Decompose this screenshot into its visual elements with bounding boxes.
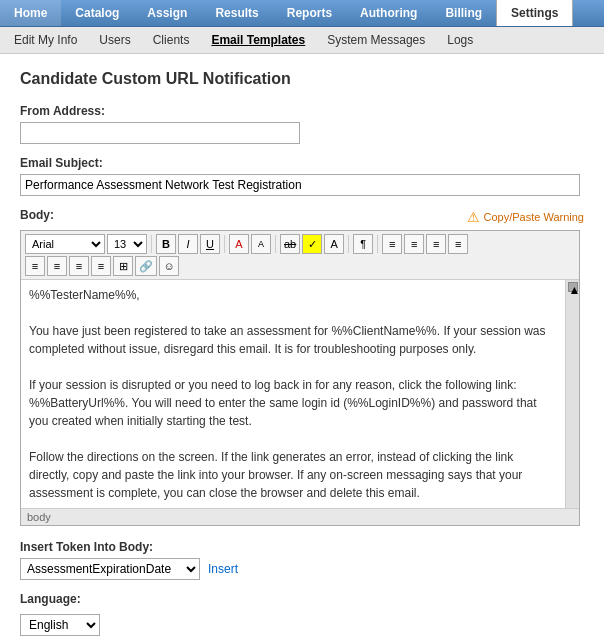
align-center-button[interactable]: ≡ [404,234,424,254]
body-line-1: %%TesterName%%, [29,286,557,304]
link-button[interactable]: 🔗 [135,256,157,276]
email-subject-input[interactable] [20,174,580,196]
toolbar-separator-2 [224,235,225,253]
insert-link[interactable]: Insert [208,562,238,576]
subnav-users[interactable]: Users [89,29,140,51]
main-content: Candidate Custom URL Notification From A… [0,54,604,640]
top-navigation: Home Catalog Assign Results Reports Auth… [0,0,604,27]
font-size-select[interactable]: 13 [107,234,147,254]
body-line-3: If your session is disrupted or you need… [29,376,557,430]
nav-billing[interactable]: Billing [431,0,496,26]
language-section: Language: English [20,592,584,636]
align-justify-button[interactable]: ≡ [448,234,468,254]
nav-authoring[interactable]: Authoring [346,0,431,26]
toolbar-separator-5 [377,235,378,253]
bold-button[interactable]: B [156,234,176,254]
insert-token-section: Insert Token Into Body: AssessmentExpira… [20,540,584,580]
sub-navigation: Edit My Info Users Clients Email Templat… [0,27,604,54]
rte-toolbar-row2: ≡ ≡ ≡ ≡ ⊞ 🔗 ☺ [25,256,575,276]
rte-body[interactable]: %%TesterName%%, You have just been regis… [21,280,565,508]
scroll-up-arrow[interactable]: ▲ [568,282,578,292]
rich-text-editor: Arial 13 B I U A A ab ✓ A [20,230,580,526]
nav-catalog[interactable]: Catalog [61,0,133,26]
rte-toolbar-row1: Arial 13 B I U A A ab ✓ A [25,234,575,254]
text-color-button[interactable]: A [324,234,344,254]
emoji-button[interactable]: ☺ [159,256,179,276]
toolbar-separator-3 [275,235,276,253]
unordered-list-button[interactable]: ≡ [91,256,111,276]
copy-paste-warning: ⚠ Copy/Paste Warning [467,209,584,225]
subnav-clients[interactable]: Clients [143,29,200,51]
rte-scrollbar[interactable]: ▲ [565,280,579,508]
rte-footer: body [21,508,579,525]
warning-icon: ⚠ [467,209,480,225]
nav-assign[interactable]: Assign [133,0,201,26]
ordered-list-button[interactable]: ≡ [69,256,89,276]
insert-token-row: AssessmentExpirationDate Insert [20,558,584,580]
nav-home[interactable]: Home [0,0,61,26]
align-left-button[interactable]: ≡ [382,234,402,254]
toolbar-separator-4 [348,235,349,253]
copy-paste-warning-text: Copy/Paste Warning [484,211,584,223]
page-title: Candidate Custom URL Notification [20,70,584,88]
insert-token-label: Insert Token Into Body: [20,540,584,554]
indent-button[interactable]: ≡ [47,256,67,276]
font-select[interactable]: Arial [25,234,105,254]
rte-toolbar: Arial 13 B I U A A ab ✓ A [21,231,579,280]
nav-reports[interactable]: Reports [273,0,346,26]
nav-results[interactable]: Results [201,0,272,26]
token-select[interactable]: AssessmentExpirationDate [20,558,200,580]
italic-button[interactable]: I [178,234,198,254]
body-header: Body: ⚠ Copy/Paste Warning [20,208,584,226]
email-subject-label: Email Subject: [20,156,584,170]
subnav-logs[interactable]: Logs [437,29,483,51]
underline-button[interactable]: U [200,234,220,254]
from-address-label: From Address: [20,104,584,118]
subnav-edit-my-info[interactable]: Edit My Info [4,29,87,51]
nav-settings[interactable]: Settings [496,0,573,26]
align-right-button[interactable]: ≡ [426,234,446,254]
from-address-input[interactable] [20,122,300,144]
font-color-button[interactable]: A [229,234,249,254]
rte-body-container: %%TesterName%%, You have just been regis… [21,280,579,508]
table-button[interactable]: ⊞ [113,256,133,276]
language-select[interactable]: English [20,614,100,636]
strikethrough-button[interactable]: ab [280,234,300,254]
toolbar-separator-1 [151,235,152,253]
subnav-email-templates[interactable]: Email Templates [201,29,315,51]
email-subject-group: Email Subject: [20,156,584,196]
font-size-button[interactable]: A [251,234,271,254]
from-address-group: From Address: [20,104,584,144]
body-label: Body: [20,208,54,222]
body-line-4: Follow the directions on the screen. If … [29,448,557,502]
highlight-button[interactable]: ✓ [302,234,322,254]
body-group: Body: ⚠ Copy/Paste Warning Arial 13 B [20,208,584,526]
subnav-system-messages[interactable]: System Messages [317,29,435,51]
body-line-2: You have just been registered to take an… [29,322,557,358]
language-label: Language: [20,592,584,606]
outdent-button[interactable]: ≡ [25,256,45,276]
paragraph-button[interactable]: ¶ [353,234,373,254]
